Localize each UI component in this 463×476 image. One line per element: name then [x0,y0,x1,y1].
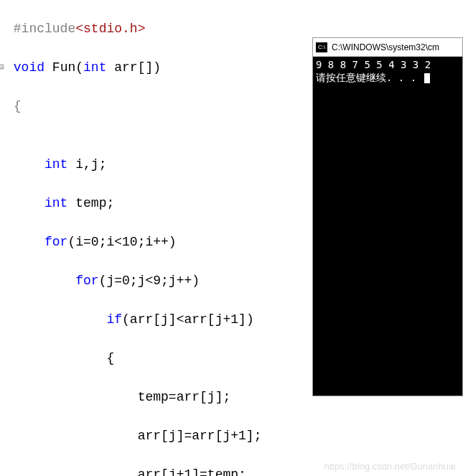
console-output-line: 请按任意键继续. . . [316,71,459,84]
keyword: for [75,274,98,288]
cmd-icon: C:\ [316,42,327,52]
brace: { [14,99,22,113]
console-window[interactable]: C:\ C:\WINDOWS\system32\cm 9 8 8 7 5 5 4… [312,37,463,396]
console-body[interactable]: 9 8 8 7 5 5 4 3 3 2 请按任意键继续. . . [313,57,462,85]
keyword: int [45,196,67,210]
keyword: int [45,157,67,172]
console-titlebar[interactable]: C:\ C:\WINDOWS\system32\cm [313,38,462,57]
cursor-icon [424,73,430,83]
keyword: for [45,235,67,249]
keyword: int [83,60,106,75]
keyword: if [106,312,122,327]
console-output-line: 9 8 8 7 5 5 4 3 3 2 [316,58,459,71]
watermark: https://blog.csdn.net/Gunanhuai [324,459,456,474]
code-line: #include<stdio.h> [0,19,463,39]
preprocessor: #include [14,22,75,36]
console-title: C:\WINDOWS\system32\cm [332,41,439,54]
include-file: <stdio.h> [75,22,145,36]
code-line: arr[j]=arr[j+1]; [0,426,463,446]
keyword: void [14,60,45,75]
fold-icon[interactable]: ⊟ [0,61,4,74]
